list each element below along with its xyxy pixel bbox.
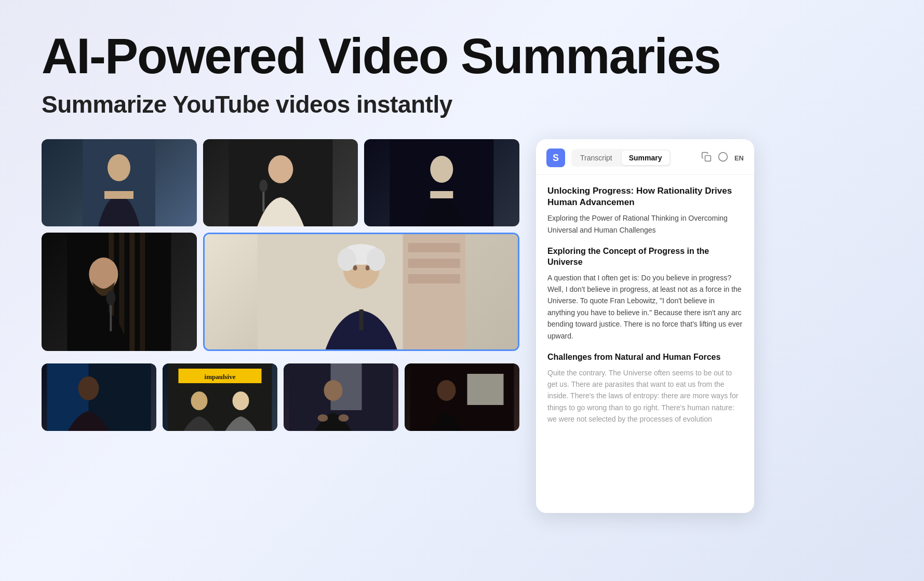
svg-point-28 <box>365 265 369 271</box>
panel-content[interactable]: Unlocking Progress: How Rationality Driv… <box>536 175 754 513</box>
summary-section-2: Exploring the Concept of Progress in the… <box>547 246 743 342</box>
svg-point-1 <box>108 154 130 181</box>
video-thumb-dark-studio[interactable] <box>405 363 519 431</box>
section1-body: Exploring the Power of Rational Thinking… <box>547 212 743 236</box>
subtitle: Summarize YouTube videos instantly <box>42 90 882 118</box>
panel-tabs: Transcript Summary <box>571 149 671 167</box>
section3-title: Challenges from Natural and Human Forces <box>547 352 743 363</box>
tab-summary[interactable]: Summary <box>622 151 669 165</box>
section1-title: Unlocking Progress: How Rationality Driv… <box>547 185 743 208</box>
svg-point-47 <box>719 152 728 161</box>
svg-point-42 <box>339 414 349 422</box>
video-thumb-featured-speaker[interactable] <box>203 233 519 351</box>
panel-logo: S <box>546 148 565 167</box>
svg-point-4 <box>268 155 293 183</box>
main-title: AI-Powered Video Summaries <box>42 31 882 81</box>
section2-title: Exploring the Concept of Progress in the… <box>547 246 743 268</box>
video-grid-wrapper: impaulsive <box>42 139 519 431</box>
language-label: EN <box>734 154 744 162</box>
summary-section-3: Challenges from Natural and Human Forces… <box>547 352 743 425</box>
svg-point-40 <box>324 380 343 401</box>
tab-transcript[interactable]: Transcript <box>573 151 620 165</box>
svg-rect-22 <box>408 274 460 283</box>
svg-point-15 <box>89 258 118 291</box>
svg-point-37 <box>233 391 249 410</box>
summary-section-1: Unlocking Progress: How Rationality Driv… <box>547 185 743 236</box>
svg-rect-29 <box>359 309 363 330</box>
svg-point-6 <box>259 180 267 192</box>
video-thumb-young-presenter[interactable] <box>364 139 519 226</box>
svg-point-17 <box>106 291 115 305</box>
svg-point-45 <box>437 380 456 401</box>
panel-actions: EN <box>701 152 744 165</box>
svg-point-41 <box>318 414 328 422</box>
svg-point-27 <box>353 265 357 271</box>
svg-point-36 <box>191 391 208 410</box>
svg-point-32 <box>78 376 99 400</box>
video-thumb-impaulsive[interactable]: impaulsive <box>163 363 277 431</box>
svg-rect-20 <box>408 243 460 252</box>
video-thumb-window-speaker[interactable] <box>284 363 398 431</box>
svg-point-8 <box>431 156 453 183</box>
svg-rect-21 <box>408 259 460 268</box>
svg-text:impaulsive: impaulsive <box>205 373 236 381</box>
section3-body: Quite the contrary. The Universe often s… <box>547 367 743 425</box>
video-thumb-suit[interactable] <box>42 139 197 226</box>
svg-rect-44 <box>467 374 504 405</box>
svg-rect-2 <box>104 191 133 199</box>
video-thumb-bearded[interactable] <box>42 233 197 351</box>
video-thumb-podcast[interactable] <box>203 139 358 226</box>
summary-panel: S Transcript Summary <box>536 139 754 513</box>
circle-button[interactable] <box>718 152 728 165</box>
section2-body: A question that I often get is: Do you b… <box>547 272 743 342</box>
svg-rect-13 <box>129 233 135 351</box>
svg-rect-46 <box>705 155 711 161</box>
svg-rect-9 <box>431 191 453 198</box>
copy-button[interactable] <box>701 152 712 165</box>
panel-header: S Transcript Summary <box>536 139 754 175</box>
video-thumb-blue-room[interactable] <box>42 363 156 431</box>
svg-rect-14 <box>140 233 145 351</box>
